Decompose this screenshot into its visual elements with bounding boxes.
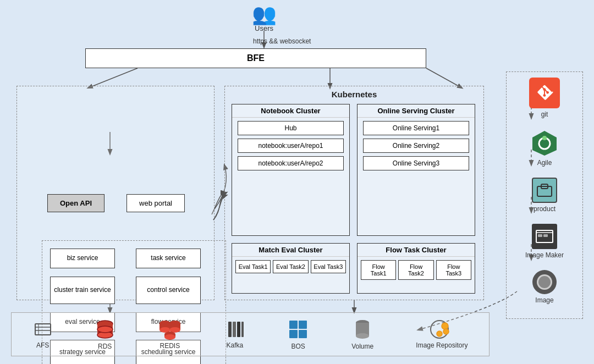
- svg-rect-20: [35, 324, 51, 335]
- users-icon: 👥: [242, 4, 286, 24]
- svg-rect-40: [241, 322, 244, 337]
- match-eval-cluster: Match Eval Cluster Eval Task1 Eval Task2…: [232, 243, 350, 294]
- users-block: 👥 Users: [242, 4, 286, 32]
- online-serving3: Online Serving3: [363, 156, 469, 170]
- svg-rect-41: [289, 321, 298, 329]
- notebook-cluster: Notebook Cluster Hub notebook:userA/repo…: [232, 104, 350, 236]
- kubernetes-title: Kubernetes: [225, 86, 483, 99]
- flow-task3: Flow Task3: [436, 260, 471, 280]
- kafka-icon: [225, 319, 245, 339]
- product-label: product: [534, 205, 556, 213]
- redis-label: REDIS: [160, 342, 180, 350]
- online-serving-cluster: Online Serving Cluster Online Serving1 O…: [357, 104, 475, 236]
- product-item: product: [532, 178, 557, 213]
- svg-rect-14: [537, 186, 552, 196]
- svg-point-51: [437, 331, 442, 337]
- users-label: Users: [242, 24, 286, 32]
- kubernetes-region: Kubernetes Notebook Cluster Hub notebook…: [224, 86, 484, 300]
- svg-line-3: [426, 68, 462, 88]
- svg-point-47: [356, 333, 369, 339]
- afs-item: AFS: [33, 319, 53, 349]
- online-serving2: Online Serving2: [363, 139, 469, 153]
- right-region: git Agile product: [506, 71, 583, 319]
- eval-task3: Eval Task3: [311, 260, 346, 273]
- image-label: Image: [535, 296, 553, 304]
- notebook-repo2: notebook:userA/repo2: [238, 156, 344, 170]
- web-portal-box: web portal: [127, 194, 185, 212]
- image-icon: [532, 270, 557, 294]
- kafka-item: Kafka: [225, 319, 245, 349]
- notebook-repo1: notebook:userA/repo1: [238, 139, 344, 153]
- svg-line-1: [88, 68, 138, 88]
- control-service-box: control service: [136, 277, 201, 304]
- agile-item: Agile: [531, 129, 558, 167]
- volume-label: Volume: [351, 343, 373, 350]
- rds-label: RDS: [98, 343, 112, 350]
- image-repository-icon: [430, 319, 454, 339]
- product-icon: [532, 178, 557, 203]
- bfe-box: BFE: [85, 48, 426, 68]
- api-portal-row: Open API web portal: [47, 194, 185, 212]
- svg-rect-43: [289, 330, 298, 338]
- online-serving1: Online Serving1: [363, 121, 469, 135]
- cluster-train-service-box: cluster train service: [50, 277, 115, 304]
- flow-task2: Flow Task2: [398, 260, 433, 280]
- svg-rect-19: [543, 234, 548, 237]
- svg-marker-11: [532, 131, 557, 156]
- flow-task-cluster-title: Flow Task Cluster: [358, 244, 475, 257]
- online-serving-cluster-title: Online Serving Cluster: [358, 104, 475, 118]
- rds-item: RDS: [95, 318, 115, 350]
- svg-point-49: [442, 323, 448, 329]
- image-maker-label: Image Maker: [525, 251, 564, 259]
- image-maker-item: Image Maker: [525, 224, 564, 259]
- flow-task-cluster: Flow Task Cluster Flow Task1 Flow Task2 …: [357, 243, 475, 294]
- svg-rect-38: [233, 322, 236, 337]
- notebook-cluster-title: Notebook Cluster: [232, 104, 349, 118]
- task-service-box: task service: [136, 249, 201, 268]
- svg-rect-18: [538, 234, 542, 237]
- afs-icon: [33, 319, 53, 339]
- storage-region: AFS RDS: [11, 312, 490, 356]
- svg-rect-44: [299, 330, 307, 338]
- architecture-diagram: 👥 Users https && websocket BFE Open API …: [0, 0, 594, 364]
- image-repository-label: Image Repository: [416, 341, 468, 349]
- left-region: Open API web portal biz service task ser…: [16, 86, 215, 300]
- svg-point-27: [97, 326, 113, 333]
- agile-icon: [531, 129, 558, 157]
- svg-point-13: [542, 136, 547, 140]
- open-api-box: Open API: [47, 194, 105, 212]
- bos-item: BOS: [287, 318, 309, 350]
- rds-icon: [95, 318, 115, 340]
- eval-task2: Eval Task2: [273, 260, 308, 273]
- connection-label: https && websocket: [253, 37, 311, 45]
- svg-point-50: [443, 329, 449, 334]
- git-item: git: [529, 78, 560, 118]
- agile-label: Agile: [537, 159, 552, 167]
- bos-icon: [287, 318, 309, 340]
- flow-task1: Flow Task1: [361, 260, 396, 280]
- redis-icon: [157, 319, 183, 340]
- git-label: git: [541, 111, 548, 118]
- image-repository-item: Image Repository: [416, 319, 468, 349]
- afs-label: AFS: [36, 341, 49, 349]
- image-item: Image: [532, 270, 557, 304]
- svg-rect-39: [237, 322, 240, 337]
- notebook-hub: Hub: [238, 121, 344, 135]
- kafka-label: Kafka: [227, 341, 244, 349]
- bfe-label: BFE: [247, 53, 265, 63]
- svg-point-36: [164, 334, 175, 340]
- git-icon: [529, 78, 560, 108]
- svg-rect-37: [228, 322, 232, 337]
- svg-rect-42: [299, 321, 307, 329]
- redis-item: REDIS: [157, 319, 183, 350]
- match-eval-cluster-title: Match Eval Cluster: [232, 244, 349, 257]
- volume-icon: [354, 318, 371, 340]
- eval-task1: Eval Task1: [235, 260, 271, 273]
- volume-item: Volume: [351, 318, 373, 350]
- biz-service-box: biz service: [50, 249, 115, 268]
- image-maker-icon: [532, 224, 557, 249]
- bos-label: BOS: [291, 343, 305, 350]
